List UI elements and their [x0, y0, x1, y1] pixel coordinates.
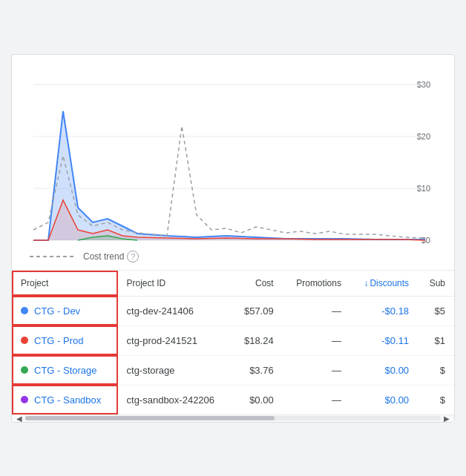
- cell-discounts: $0.00: [350, 355, 418, 385]
- project-cell: CTG - Dev: [21, 305, 109, 317]
- chart-container: $0 $10 $20 $30: [18, 67, 442, 245]
- table-header-row: Project Project ID Cost Promotions ↓Disc…: [12, 271, 454, 297]
- table-row: CTG - Dev ctg-dev-241406$57.09—-$0.18$5: [12, 296, 454, 325]
- cell-project-id: ctg-storage: [118, 355, 232, 385]
- cell-cost: $3.76: [232, 355, 283, 385]
- col-project-id: Project ID: [118, 271, 232, 297]
- project-cell: CTG - Prod: [21, 335, 109, 346]
- project-dot-icon: [21, 337, 28, 344]
- project-name[interactable]: CTG - Storage: [34, 365, 97, 376]
- col-promotions: Promotions: [283, 271, 350, 297]
- col-project: Project: [12, 271, 118, 297]
- main-card: $0 $10 $20 $30: [11, 54, 455, 423]
- chart-svg: $0 $10 $20 $30: [18, 67, 442, 245]
- sort-down-icon: ↓: [364, 278, 368, 288]
- project-dot-icon: [21, 366, 28, 374]
- cell-project-id: ctg-prod-241521: [118, 325, 232, 355]
- cell-discounts: -$0.11: [350, 325, 418, 355]
- col-discounts[interactable]: ↓Discounts: [350, 271, 418, 297]
- scroll-left-icon[interactable]: ◀: [13, 414, 25, 422]
- cell-project: CTG - Sandbox: [12, 385, 118, 414]
- cell-promotions: —: [283, 296, 350, 325]
- cell-project-id: ctg-sandbox-242206: [118, 385, 232, 414]
- col-sub: Sub: [418, 271, 454, 297]
- chart-legend: Cost trend ?: [30, 251, 442, 262]
- chart-section: $0 $10 $20 $30: [12, 55, 454, 270]
- table-section: Project Project ID Cost Promotions ↓Disc…: [12, 270, 454, 422]
- legend-dashed-line: [30, 256, 79, 257]
- horizontal-scrollbar[interactable]: ◀ ▶: [12, 414, 454, 422]
- project-cell: CTG - Sandbox: [21, 394, 109, 406]
- cell-sub: $1: [418, 325, 454, 355]
- scrollbar-thumb[interactable]: [25, 416, 275, 420]
- cell-project: CTG - Storage: [12, 355, 118, 385]
- project-name[interactable]: CTG - Dev: [34, 305, 80, 317]
- cell-sub: $5: [418, 296, 454, 325]
- cell-project-id: ctg-dev-241406: [118, 296, 232, 325]
- project-name[interactable]: CTG - Sandbox: [34, 394, 101, 406]
- projects-table: Project Project ID Cost Promotions ↓Disc…: [12, 271, 454, 414]
- cell-cost: $18.24: [232, 325, 283, 355]
- cell-sub: $: [418, 355, 454, 385]
- table-row: CTG - Sandbox ctg-sandbox-242206$0.00—$0…: [12, 385, 454, 414]
- cell-promotions: —: [283, 325, 350, 355]
- legend-label: Cost trend: [83, 251, 124, 262]
- dashes-icon: [30, 256, 74, 257]
- cell-project: CTG - Prod: [12, 325, 118, 355]
- table-row: CTG - Prod ctg-prod-241521$18.24—-$0.11$…: [12, 325, 454, 355]
- cell-project: CTG - Dev: [12, 296, 118, 325]
- cell-discounts: $0.00: [350, 385, 418, 414]
- scrollbar-track[interactable]: [25, 416, 441, 420]
- project-dot-icon: [21, 307, 28, 314]
- cell-promotions: —: [283, 385, 350, 414]
- cell-cost: $0.00: [232, 385, 283, 414]
- cell-promotions: —: [283, 355, 350, 385]
- cell-cost: $57.09: [232, 296, 283, 325]
- table-row: CTG - Storage ctg-storage$3.76—$0.00$: [12, 355, 454, 385]
- cell-discounts: -$0.18: [350, 296, 418, 325]
- project-name[interactable]: CTG - Prod: [34, 335, 83, 346]
- col-cost: Cost: [232, 271, 283, 297]
- scroll-right-icon[interactable]: ▶: [441, 414, 453, 422]
- cell-sub: $: [418, 385, 454, 414]
- project-dot-icon: [21, 396, 28, 403]
- project-cell: CTG - Storage: [21, 365, 109, 376]
- cost-trend-help-icon[interactable]: ?: [127, 251, 139, 262]
